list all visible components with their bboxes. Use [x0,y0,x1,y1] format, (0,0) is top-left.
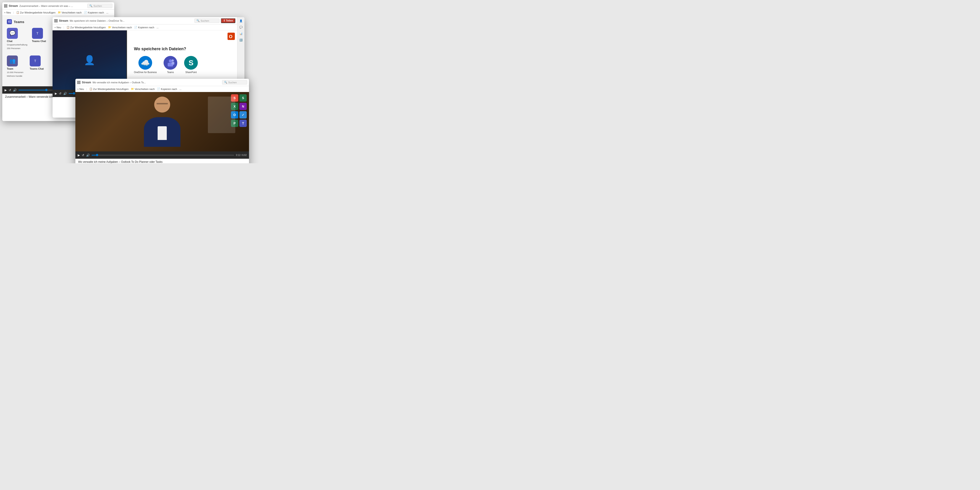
grid-icon-mid[interactable] [54,19,57,22]
playlist-icon-back: 📋 [16,11,19,14]
playlist-icon-front: 📋 [89,87,92,90]
titlebar-front: Stream Wo verwalte ich meine Aufgaben – … [75,79,249,86]
search-bar-back[interactable]: 🔍 Suchen [87,4,112,8]
more-btn-back[interactable]: ... [106,11,108,14]
playlist-btn-mid[interactable]: 📋 Zur Wiedergabeliste hinzufügen [67,26,106,29]
slide-item-teams-chat: T Teams Chat [32,28,50,43]
slide-item-chat: 💬 Chat Gruppenunterhaltung 250 Personen [7,28,27,50]
rewind-btn-front[interactable]: ↺ [82,154,84,157]
volume-btn-back[interactable]: 🔊 [13,88,17,92]
rewind-btn-mid[interactable]: ↺ [59,92,62,95]
grid-icon-front[interactable] [77,81,80,84]
toolbar-front: + Neu | 📋 Zur Wiedergabeliste hinzufügen… [75,86,249,92]
slide-title-back: Teams [14,20,24,24]
svg-text:O: O [229,34,232,39]
slide-heading-mid: Wo speichere ich Dateien? [134,47,186,51]
play-btn-mid[interactable]: ▶ [55,92,57,95]
chat-desc2: 250 Personen [7,47,20,50]
app-icon-sharepoint2: S [239,94,247,101]
teams-logo-back: T [7,19,12,24]
search-bar-front[interactable]: 🔍 Suchen [222,80,247,84]
team-desc1: 10.000 Personen [7,71,23,74]
progress-track-front[interactable] [92,155,234,155]
svg-point-2 [10,20,11,21]
sidebar-icon-person[interactable]: 👤 [239,19,243,23]
app-icon-todo: ✓ [239,111,247,119]
search-placeholder-mid: Suchen [200,19,209,22]
new-btn-back[interactable]: + Neu [4,11,11,14]
search-icon-back: 🔍 [89,4,92,7]
move-btn-back[interactable]: 📁 Verschieben nach [58,11,81,14]
teams-storage-label: Teams [167,71,174,73]
toolbar-back: + Neu | 📋 Zur Wiedergabeliste hinzufügen… [2,10,114,16]
team-icon: 👥 [7,56,18,67]
sidebar-icon-info[interactable]: ℹ️ [239,38,243,42]
onedrive-storage-label: OneDrive for Business [134,71,157,73]
onedrive-storage-icon: ☁️ [138,56,152,70]
app-icon-onenote2: N [239,103,247,110]
caption-front: Wo verwalte ich meine Aufgaben – Outlook… [75,159,249,163]
storage-onedrive: ☁️ OneDrive for Business [134,56,157,73]
teams-chat-label: Teams Chat [32,40,46,43]
time-label-front: 0:12 / 6:02 [236,154,247,156]
grid-icon[interactable] [4,4,7,8]
sharepoint-storage-label: SharePoint [185,71,196,73]
team-label: Team [7,67,13,70]
slide-item-team: 👥 Team 10.000 Personen Mehrere Kanäle [7,56,25,78]
copy-btn-back[interactable]: 📄 Kopieren nach [84,11,104,14]
new-btn-mid[interactable]: + Neu [54,26,61,29]
rewind-btn-back[interactable]: ↺ [9,88,11,92]
svg-rect-9 [172,62,174,65]
window-front: Stream Wo verwalte ich meine Aufgaben – … [75,79,249,163]
titlebar-back: Stream Zusammenarbeit – Wann verwende ic… [2,2,114,10]
move-btn-mid[interactable]: 📁 Verschieben nach [108,26,132,29]
move-icon-mid: 📁 [108,26,111,29]
svg-rect-3 [10,21,11,23]
svg-point-6 [169,59,172,63]
more-btn-mid[interactable]: ... [156,26,159,29]
search-bar-mid[interactable]: 🔍 Suchen [194,19,220,23]
whiteboard-bg [208,97,235,133]
playlist-btn-back[interactable]: 📋 Zur Wiedergabeliste hinzufügen [16,11,56,14]
controls-front: ▶ ↺ 🔊 0:12 / 6:02 [75,151,249,159]
storage-icons-row: ☁️ OneDrive for Business [134,56,198,73]
app-name-front: Stream [82,81,91,84]
more-btn-front[interactable]: ... [179,88,181,90]
slide-item-teams-chat2: T Teams Chat [30,56,48,70]
sidebar-icon-comment[interactable]: 💬 [239,25,243,29]
share-btn-mid[interactable]: ⇧ Teilen [221,18,235,23]
sharepoint-storage-icon: S [184,56,198,70]
window-title-front: Wo verwalte ich meine Aufgaben – Outlook… [92,81,221,84]
play-btn-back[interactable]: ▶ [5,88,7,92]
move-btn-front[interactable]: 📁 Verschieben nach [131,87,155,90]
presenter-silhouette: 👤 [84,55,95,65]
search-icon-mid: 🔍 [196,19,200,22]
window-title-mid: Wo speichere ich meine Dateien – OneDriv… [70,19,193,22]
copy-btn-front[interactable]: 📄 Kopieren nach [157,87,177,90]
presenter-figure [139,97,185,147]
teams-chat2-label: Teams Chat [30,67,44,70]
toolbar-mid: + Neu | 📋 Zur Wiedergabeliste hinzufügen… [52,24,237,30]
playlist-icon-mid: 📋 [67,26,70,29]
sidebar-icon-chart[interactable]: 📊 [239,31,243,36]
progress-dot-mid [73,92,75,95]
team-desc2: Mehrere Kanäle [7,75,22,78]
volume-btn-mid[interactable]: 🔊 [63,92,67,95]
window-title-back: Zusammenarbeit – Wann verwende ich was –… [19,5,86,7]
presenter-front: S S X N O ✓ P T [75,92,249,151]
new-btn-front[interactable]: + Neu [77,88,84,90]
presenter-shirt [158,126,167,140]
copy-icon-mid: 📄 [134,26,137,29]
search-placeholder-back: Suchen [94,5,102,7]
progress-fill-front [92,155,96,155]
play-btn-front[interactable]: ▶ [78,154,80,157]
app-name-mid: Stream [59,19,68,22]
teams-chat2-icon: T [30,56,41,67]
playlist-btn-front[interactable]: 📋 Zur Wiedergabeliste hinzufügen [89,87,129,90]
copy-btn-mid[interactable]: 📄 Kopieren nach [134,26,154,29]
chat-icon: 💬 [7,28,18,39]
copy-icon-front: 📄 [157,87,160,90]
volume-btn-front[interactable]: 🔊 [86,154,90,157]
move-icon-front: 📁 [131,87,134,90]
presenter-head [154,97,170,113]
